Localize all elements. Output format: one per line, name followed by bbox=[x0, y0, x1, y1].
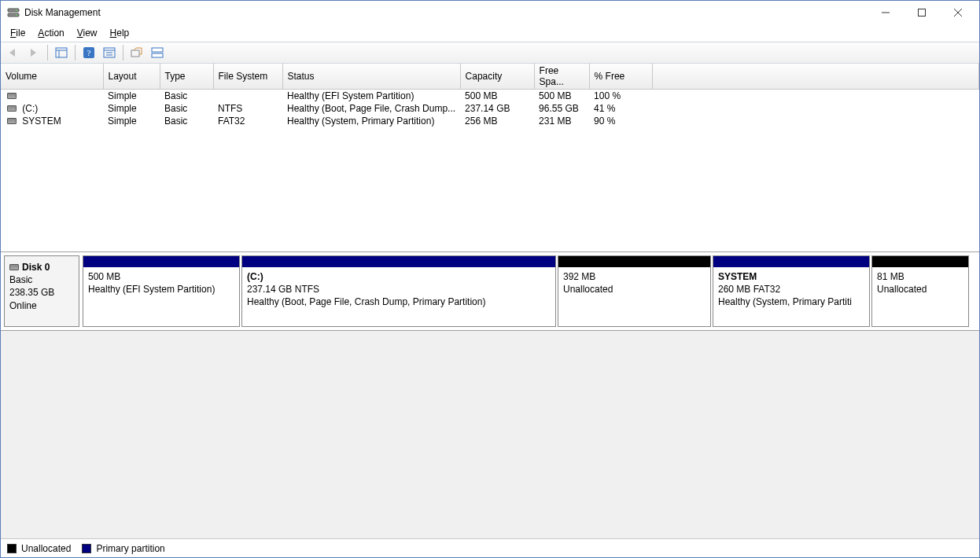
partition-unallocated[interactable]: 81 MBUnallocated bbox=[871, 255, 969, 327]
menu-view[interactable]: View bbox=[71, 26, 104, 40]
back-button[interactable] bbox=[4, 44, 23, 61]
partition-stripe bbox=[872, 256, 968, 267]
cell-status: Healthy (EFI System Partition) bbox=[282, 90, 460, 103]
toolbar-view-icon[interactable] bbox=[127, 44, 146, 61]
volume-icon bbox=[7, 93, 17, 99]
toolbar-list-icon[interactable] bbox=[52, 44, 71, 61]
col-filler bbox=[652, 64, 978, 90]
close-button[interactable] bbox=[940, 1, 976, 24]
disk-map-pane[interactable]: Disk 0 Basic 238.35 GB Online 500 MBHeal… bbox=[1, 252, 979, 331]
partition-primary[interactable]: (C:)237.14 GB NTFSHealthy (Boot, Page Fi… bbox=[241, 255, 556, 327]
swatch-primary bbox=[82, 544, 91, 553]
partition-stripe bbox=[242, 256, 555, 267]
cell-layout: Simple bbox=[103, 90, 160, 103]
volume-list-pane[interactable]: Volume Layout Type File System Status Ca… bbox=[1, 64, 979, 252]
app-icon bbox=[7, 6, 20, 19]
legend: Unallocated Primary partition bbox=[1, 538, 979, 557]
disk-label: Disk 0 bbox=[22, 262, 50, 273]
volume-row[interactable]: (C:)SimpleBasicNTFSHealthy (Boot, Page F… bbox=[1, 102, 979, 115]
column-header-row: Volume Layout Type File System Status Ca… bbox=[1, 64, 979, 90]
partition-unallocated[interactable]: 392 MBUnallocated bbox=[558, 255, 711, 327]
col-percent-free[interactable]: % Free bbox=[589, 64, 652, 90]
cell-status: Healthy (Boot, Page File, Crash Dump... bbox=[282, 102, 460, 115]
partition-stripe bbox=[83, 256, 239, 267]
menu-action[interactable]: Action bbox=[31, 26, 70, 40]
cell-free: 500 MB bbox=[534, 90, 589, 103]
cell-free: 96.55 GB bbox=[534, 102, 589, 115]
cell-name bbox=[1, 90, 103, 103]
partition-body: SYSTEM260 MB FAT32Healthy (System, Prima… bbox=[713, 267, 869, 326]
col-filesystem[interactable]: File System bbox=[213, 64, 282, 90]
minimize-button[interactable] bbox=[868, 1, 904, 24]
toolbar-separator bbox=[75, 45, 76, 61]
svg-rect-0 bbox=[8, 9, 19, 12]
titlebar: Disk Management bbox=[1, 1, 979, 24]
forward-button[interactable] bbox=[24, 44, 43, 61]
toolbar: ? bbox=[1, 42, 979, 64]
partition-body: 392 MBUnallocated bbox=[558, 267, 710, 326]
cell-capacity: 500 MB bbox=[460, 90, 534, 103]
partition-size: 260 MB FAT32 bbox=[718, 283, 864, 296]
cell-pct: 90 % bbox=[589, 115, 652, 127]
cell-layout: Simple bbox=[103, 102, 160, 115]
toolbar-layout-icon[interactable] bbox=[148, 44, 167, 61]
cell-capacity: 256 MB bbox=[460, 115, 534, 127]
svg-rect-17 bbox=[131, 50, 139, 57]
cell-name: (C:) bbox=[1, 102, 103, 115]
partition-size: 392 MB bbox=[563, 270, 706, 283]
partition-stripe bbox=[713, 256, 869, 267]
window-title: Disk Management bbox=[24, 7, 868, 18]
col-layout[interactable]: Layout bbox=[103, 64, 160, 90]
legend-primary-partition: Primary partition bbox=[82, 543, 164, 554]
menubar: File Action View Help bbox=[1, 24, 979, 42]
partition-size: 500 MB bbox=[88, 270, 234, 283]
partition-primary[interactable]: SYSTEM260 MB FAT32Healthy (System, Prima… bbox=[713, 255, 870, 327]
partition-status: Healthy (System, Primary Partiti bbox=[718, 296, 864, 308]
toolbar-settings-icon[interactable] bbox=[100, 44, 119, 61]
cell-free: 231 MB bbox=[534, 115, 589, 127]
maximize-button[interactable] bbox=[904, 1, 940, 24]
disk-header[interactable]: Disk 0 Basic 238.35 GB Online bbox=[4, 255, 79, 327]
partition-size: 81 MB bbox=[877, 270, 963, 283]
cell-type: Basic bbox=[160, 90, 213, 103]
svg-rect-8 bbox=[56, 48, 67, 57]
col-capacity[interactable]: Capacity bbox=[460, 64, 534, 90]
cell-name: SYSTEM bbox=[1, 115, 103, 127]
volume-row[interactable]: SimpleBasicHealthy (EFI System Partition… bbox=[1, 90, 979, 103]
window-controls bbox=[868, 1, 976, 24]
toolbar-separator bbox=[123, 45, 123, 61]
partition-status: Healthy (Boot, Page File, Crash Dump, Pr… bbox=[247, 296, 551, 308]
cell-fs bbox=[213, 90, 282, 103]
swatch-unallocated bbox=[7, 544, 17, 553]
partition-body: 81 MBUnallocated bbox=[872, 267, 968, 326]
col-type[interactable]: Type bbox=[160, 64, 213, 90]
col-status[interactable]: Status bbox=[282, 64, 460, 90]
partition-body: (C:)237.14 GB NTFSHealthy (Boot, Page Fi… bbox=[242, 267, 555, 326]
partition-primary[interactable]: 500 MBHealthy (EFI System Partition) bbox=[83, 255, 240, 327]
col-free-space[interactable]: Free Spa... bbox=[534, 64, 589, 90]
cell-capacity: 237.14 GB bbox=[460, 102, 534, 115]
toolbar-separator bbox=[47, 45, 48, 61]
volume-icon bbox=[7, 118, 17, 124]
disk-type: Basic bbox=[9, 274, 32, 285]
menu-help[interactable]: Help bbox=[104, 26, 136, 40]
partition-name: (C:) bbox=[247, 270, 551, 283]
help-icon[interactable]: ? bbox=[79, 44, 98, 61]
svg-rect-5 bbox=[919, 9, 926, 17]
cell-layout: Simple bbox=[103, 115, 160, 127]
partition-status: Unallocated bbox=[563, 283, 706, 296]
cell-status: Healthy (System, Primary Partition) bbox=[282, 115, 460, 127]
svg-point-2 bbox=[16, 9, 17, 11]
cell-fs: FAT32 bbox=[213, 115, 282, 127]
col-volume[interactable]: Volume bbox=[1, 64, 103, 90]
empty-disk-area bbox=[1, 331, 979, 538]
partition-name: SYSTEM bbox=[718, 270, 864, 283]
volume-row[interactable]: SYSTEMSimpleBasicFAT32Healthy (System, P… bbox=[1, 115, 979, 127]
legend-unallocated: Unallocated bbox=[7, 543, 71, 554]
cell-type: Basic bbox=[160, 115, 213, 127]
partition-status: Healthy (EFI System Partition) bbox=[88, 283, 234, 296]
volume-table: Volume Layout Type File System Status Ca… bbox=[1, 64, 979, 127]
menu-file[interactable]: File bbox=[4, 26, 31, 40]
disk-state: Online bbox=[9, 300, 37, 311]
svg-rect-19 bbox=[152, 53, 163, 57]
